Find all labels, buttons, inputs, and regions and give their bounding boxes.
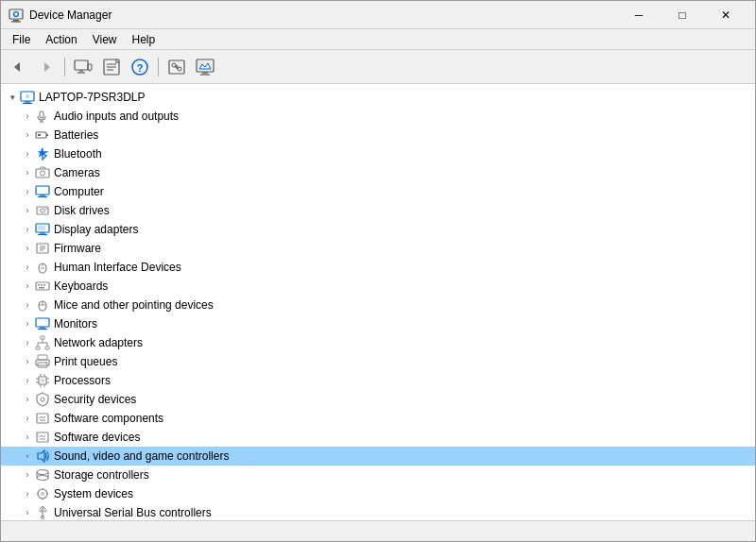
svg-rect-44 — [37, 207, 48, 214]
tree-item-storage[interactable]: › Storage controllers — [1, 466, 755, 484]
hid-icon — [35, 260, 50, 275]
software-comp-label: Software components — [54, 412, 163, 425]
svg-point-101 — [41, 492, 44, 496]
tree-view[interactable]: ▾ LAPTOP-7PSR3DLP › — [1, 84, 755, 520]
minimize-button[interactable]: ─ — [617, 1, 661, 29]
menu-file[interactable]: File — [5, 31, 38, 48]
bluetooth-icon — [35, 146, 50, 161]
root-label: LAPTOP-7PSR3DLP — [39, 91, 146, 104]
svg-marker-95 — [38, 450, 44, 462]
svg-rect-59 — [38, 284, 40, 286]
security-label: Security devices — [54, 393, 136, 406]
audio-expand-icon: › — [20, 109, 35, 124]
tree-item-processors[interactable]: › Processors — [1, 371, 755, 390]
svg-point-110 — [44, 510, 46, 512]
svg-rect-58 — [36, 282, 49, 290]
tree-item-hid[interactable]: › Human Interface Devices — [1, 258, 755, 277]
tree-item-display[interactable]: › Display adapters — [1, 220, 755, 239]
tree-item-keyboard[interactable]: › Keyboards — [1, 277, 755, 296]
svg-rect-1 — [13, 20, 19, 22]
svg-rect-36 — [36, 132, 46, 138]
usb-icon — [35, 505, 50, 520]
toolbar-devices-button[interactable] — [70, 55, 96, 79]
toolbar-resources-button[interactable] — [98, 55, 125, 79]
svg-text:?: ? — [137, 62, 144, 74]
tree-item-sound[interactable]: › Sound, video and game controllers — [1, 447, 755, 466]
tree-root[interactable]: ▾ LAPTOP-7PSR3DLP — [1, 88, 755, 107]
status-bar — [1, 520, 755, 541]
close-button[interactable]: ✕ — [704, 1, 747, 29]
toolbar-help-button[interactable]: ? — [127, 55, 153, 79]
storage-expand-icon: › — [20, 467, 35, 483]
toolbar-monitor-button[interactable] — [192, 55, 218, 79]
svg-rect-0 — [9, 9, 23, 19]
network-icon — [35, 335, 50, 350]
title-bar: Device Manager ─ □ ✕ — [1, 1, 755, 29]
tree-item-computer[interactable]: › Computer — [1, 182, 755, 201]
tree-item-bluetooth[interactable]: › Bluetooth — [1, 144, 755, 163]
monitors-label: Monitors — [54, 317, 97, 330]
svg-rect-70 — [36, 347, 40, 349]
menu-help[interactable]: Help — [125, 31, 163, 48]
back-button[interactable] — [5, 55, 31, 79]
menu-action[interactable]: Action — [38, 31, 84, 48]
firmware-icon — [35, 241, 50, 256]
maximize-button[interactable]: □ — [661, 1, 704, 29]
print-icon — [35, 354, 50, 369]
usb-label: Universal Serial Bus controllers — [54, 506, 212, 519]
svg-rect-10 — [75, 60, 88, 70]
software-dev-label: Software devices — [54, 431, 140, 444]
network-expand-icon: › — [20, 335, 35, 350]
tree-item-audio[interactable]: › Audio inputs and outputs — [1, 107, 755, 126]
svg-rect-60 — [41, 284, 43, 286]
svg-rect-71 — [45, 347, 49, 349]
svg-point-79 — [45, 362, 47, 364]
tree-item-network[interactable]: › Network adapters — [1, 333, 755, 352]
tree-item-firmware[interactable]: › Firmware — [1, 239, 755, 258]
sound-icon — [35, 449, 50, 464]
toolbar-filter-button[interactable] — [163, 55, 190, 79]
svg-rect-62 — [39, 287, 44, 289]
tree-item-disk[interactable]: › Disk drives — [1, 201, 755, 220]
mice-icon — [35, 297, 50, 313]
tree-item-system[interactable]: › System devices — [1, 484, 755, 503]
hid-label: Human Interface Devices — [54, 261, 181, 274]
tree-item-batteries[interactable]: › Batteries — [1, 126, 755, 144]
window-controls: ─ □ ✕ — [617, 1, 747, 29]
svg-rect-39 — [36, 169, 49, 178]
computer-expand-icon: › — [20, 184, 35, 199]
window-title: Device Manager — [29, 8, 617, 22]
display-label: Display adapters — [54, 223, 138, 236]
software-dev-icon — [35, 430, 50, 445]
security-icon — [35, 392, 50, 407]
tree-item-mice[interactable]: › Mice and other pointing devices — [1, 296, 755, 314]
software-comp-icon — [35, 411, 50, 426]
toolbar: ? — [1, 50, 755, 84]
tree-item-usb[interactable]: › Universal Serial Bus controllers — [1, 503, 755, 520]
mice-expand-icon: › — [20, 297, 35, 313]
menu-view[interactable]: View — [85, 31, 125, 48]
cameras-icon — [35, 165, 50, 180]
display-icon — [35, 222, 50, 237]
svg-point-99 — [37, 476, 48, 481]
svg-rect-66 — [36, 318, 49, 327]
svg-rect-69 — [41, 336, 44, 339]
monitors-expand-icon: › — [20, 316, 35, 331]
storage-icon — [35, 467, 50, 483]
firmware-label: Firmware — [54, 242, 101, 255]
tree-item-software-comp[interactable]: › Software components — [1, 409, 755, 428]
tree-item-software-dev[interactable]: › Software devices — [1, 428, 755, 447]
svg-rect-38 — [38, 134, 41, 136]
svg-point-90 — [41, 398, 44, 401]
root-icon — [20, 90, 35, 105]
device-manager-window: Device Manager ─ □ ✕ File Action View He… — [0, 0, 756, 542]
forward-button[interactable] — [33, 55, 60, 79]
disk-expand-icon: › — [20, 203, 35, 218]
svg-rect-81 — [41, 379, 44, 382]
tree-item-cameras[interactable]: › Cameras — [1, 163, 755, 182]
svg-rect-61 — [43, 284, 45, 286]
toolbar-sep-2 — [158, 58, 159, 76]
tree-item-security[interactable]: › Security devices — [1, 390, 755, 409]
tree-item-print[interactable]: › Print queues — [1, 352, 755, 371]
tree-item-monitors[interactable]: › Monitors — [1, 314, 755, 333]
